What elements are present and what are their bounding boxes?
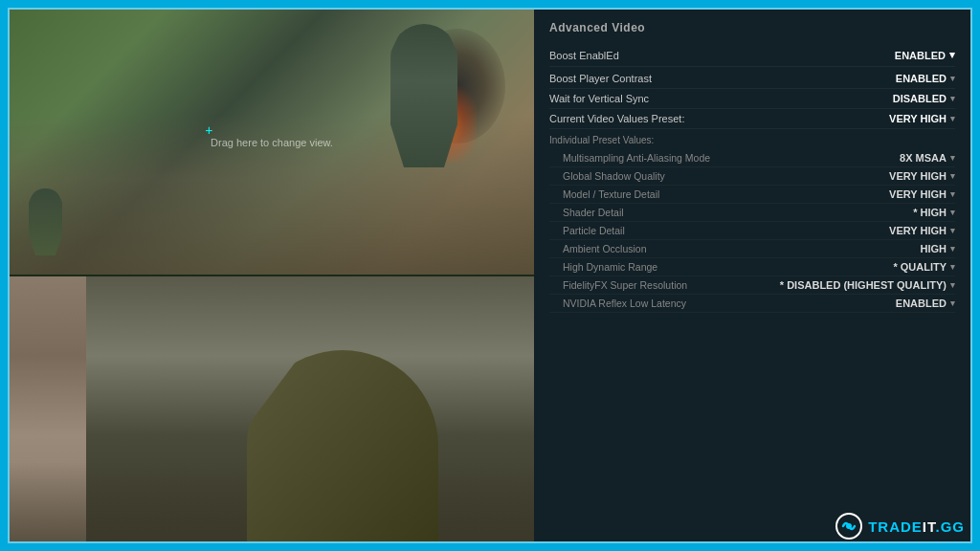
- boost-player-contrast-chevron[interactable]: ▾: [950, 74, 955, 83]
- vsync-label: Wait for Vertical Sync: [549, 93, 893, 104]
- sub-row-value-text-7: * DISABLED (HIGHEST QUALITY): [780, 279, 947, 291]
- sub-row-chevron-0[interactable]: ▾: [950, 153, 955, 163]
- sub-row-0: Multisampling Anti-Aliasing Mode8X MSAA▾: [549, 149, 955, 167]
- video-preset-label: Current Video Values Preset:: [549, 113, 889, 124]
- vsync-chevron[interactable]: ▾: [950, 94, 955, 103]
- individual-preset-label: Individual Preset Values:: [549, 135, 955, 145]
- sub-row-3: Shader Detail* HIGH▾: [549, 204, 955, 222]
- logo-text: TRADEIT.GG: [868, 518, 965, 535]
- sub-row-2: Model / Texture DetailVERY HIGH▾: [549, 186, 955, 204]
- sub-row-label-1: Global Shadow Quality: [563, 170, 889, 182]
- sub-rows-container: Multisampling Anti-Aliasing Mode8X MSAA▾…: [549, 149, 955, 313]
- boost-value: ENABLED ▾: [895, 49, 955, 61]
- video-preset-row: Current Video Values Preset: VERY HIGH ▾: [549, 109, 955, 129]
- soldier-main: [390, 24, 457, 167]
- sub-row-value-5[interactable]: HIGH▾: [921, 243, 956, 254]
- sub-row-value-1[interactable]: VERY HIGH▾: [889, 170, 955, 182]
- sub-row-chevron-2[interactable]: ▾: [950, 189, 955, 199]
- sub-row-label-8: NVIDIA Reflex Low Latency: [563, 298, 896, 309]
- sub-row-value-3[interactable]: * HIGH▾: [913, 207, 955, 218]
- sub-row-label-4: Particle Detail: [563, 225, 889, 236]
- game-bottom-panel: [10, 276, 534, 541]
- sub-row-4: Particle DetailVERY HIGH▾: [549, 222, 955, 240]
- sub-row-value-text-3: * HIGH: [913, 207, 947, 218]
- sub-row-value-text-2: VERY HIGH: [889, 188, 947, 200]
- sub-row-label-2: Model / Texture Detail: [563, 188, 889, 200]
- vsync-row: Wait for Vertical Sync DISABLED ▾: [549, 89, 955, 109]
- svg-point-1: [846, 523, 852, 529]
- video-preset-chevron[interactable]: ▾: [950, 114, 955, 123]
- sub-row-7: FidelityFX Super Resolution* DISABLED (H…: [549, 276, 955, 295]
- vsync-value[interactable]: DISABLED ▾: [893, 93, 955, 104]
- boost-player-contrast-label: Boost Player Contrast: [549, 73, 896, 84]
- sub-row-chevron-5[interactable]: ▾: [950, 244, 955, 253]
- sub-row-6: High Dynamic Range* QUALITY▾: [549, 258, 955, 276]
- boost-player-contrast-value[interactable]: ENABLED ▾: [896, 73, 955, 84]
- sub-row-value-text-0: 8X MSAA: [900, 152, 947, 164]
- logo-gg: .GG: [935, 518, 965, 535]
- main-container: Drag here to change view. Advanced Video…: [10, 10, 970, 541]
- sub-row-value-4[interactable]: VERY HIGH▾: [889, 225, 955, 236]
- sub-row-value-0[interactable]: 8X MSAA▾: [900, 152, 955, 164]
- game-area: Drag here to change view.: [10, 10, 534, 541]
- boost-enabled-row: Boost EnablEd ENABLED ▾: [549, 44, 955, 67]
- sub-row-label-3: Shader Detail: [563, 207, 913, 218]
- sub-row-label-7: FidelityFX Super Resolution: [563, 279, 780, 291]
- tradeit-logo-icon: [835, 513, 862, 540]
- boost-chevron-icon[interactable]: ▾: [949, 49, 955, 61]
- sub-row-value-text-4: VERY HIGH: [889, 225, 947, 236]
- sub-row-value-2[interactable]: VERY HIGH▾: [889, 188, 955, 200]
- sub-row-8: NVIDIA Reflex Low LatencyENABLED▾: [549, 295, 955, 313]
- sub-row-value-text-6: * QUALITY: [893, 261, 947, 273]
- sub-row-value-text-8: ENABLED: [896, 298, 947, 309]
- sub-row-chevron-7[interactable]: ▾: [950, 280, 955, 290]
- game-top-panel: Drag here to change view.: [10, 10, 534, 276]
- logo-it: IT: [923, 518, 936, 535]
- sub-row-chevron-4[interactable]: ▾: [950, 226, 955, 235]
- boost-label: Boost EnablEd: [549, 50, 619, 61]
- sub-row-chevron-6[interactable]: ▾: [950, 262, 955, 272]
- sub-row-value-6[interactable]: * QUALITY▾: [893, 261, 955, 273]
- sub-row-1: Global Shadow QualityVERY HIGH▾: [549, 167, 955, 186]
- sub-row-value-text-1: VERY HIGH: [889, 170, 947, 182]
- video-preset-value[interactable]: VERY HIGH ▾: [889, 113, 955, 124]
- boost-player-contrast-row: Boost Player Contrast ENABLED ▾: [549, 69, 955, 89]
- sub-row-value-8[interactable]: ENABLED▾: [896, 298, 955, 309]
- sub-row-chevron-8[interactable]: ▾: [950, 298, 955, 308]
- sub-row-5: Ambient OcclusionHIGH▾: [549, 240, 955, 258]
- sub-row-value-text-5: HIGH: [921, 243, 947, 254]
- logo-trade: TRADE: [868, 518, 923, 535]
- sub-row-chevron-1[interactable]: ▾: [950, 171, 955, 181]
- settings-panel: Advanced Video Boost EnablEd ENABLED ▾ B…: [534, 10, 970, 541]
- soldier-small: [29, 188, 62, 255]
- sub-row-value-7[interactable]: * DISABLED (HIGHEST QUALITY)▾: [780, 279, 955, 291]
- sub-row-chevron-3[interactable]: ▾: [950, 208, 955, 217]
- logo-area: TRADEIT.GG: [835, 513, 965, 540]
- gun-hand: [247, 350, 438, 541]
- sub-row-label-0: Multisampling Anti-Aliasing Mode: [563, 152, 900, 164]
- sub-row-label-5: Ambient Occlusion: [563, 243, 921, 254]
- boost-value-text: ENABLED: [895, 50, 946, 61]
- sub-row-label-6: High Dynamic Range: [563, 261, 893, 273]
- advanced-video-title: Advanced Video: [549, 21, 955, 34]
- drag-hint-text: Drag here to change view.: [211, 137, 333, 148]
